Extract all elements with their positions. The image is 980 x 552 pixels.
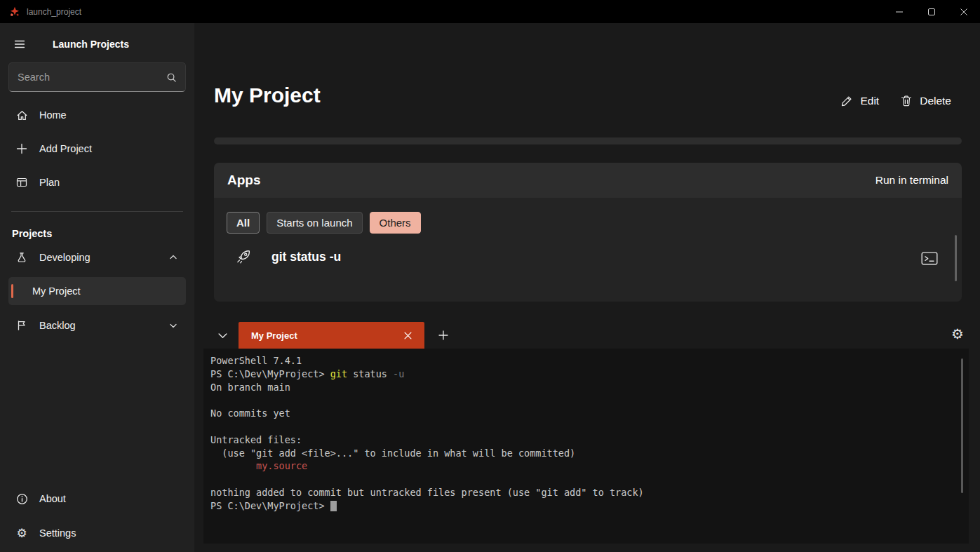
- terminal-line: [210, 473, 962, 486]
- sidebar-item-label: Developing: [39, 252, 90, 263]
- terminal-line: [210, 420, 962, 433]
- info-icon: [15, 492, 28, 505]
- terminal-scrollbar[interactable]: [961, 358, 963, 493]
- filter-chip-starts-on-launch[interactable]: Starts on launch: [267, 212, 362, 234]
- close-icon: [960, 8, 967, 15]
- plus-icon: [15, 142, 28, 155]
- chevron-down-icon[interactable]: [169, 321, 177, 330]
- terminal-tab[interactable]: My Project: [239, 322, 424, 349]
- sidebar-item-my-project[interactable]: My Project: [8, 277, 186, 305]
- apps-scrollbar[interactable]: [955, 235, 957, 281]
- terminal-segment: nothing added to commit but untracked fi…: [210, 487, 644, 498]
- hamburger-button[interactable]: [6, 32, 34, 56]
- terminal-line: PowerShell 7.4.1: [210, 354, 962, 368]
- terminal-segment: PS C:\Dev\MyProject>: [210, 368, 330, 379]
- search-input[interactable]: [18, 72, 166, 83]
- app-command: git status -u: [271, 250, 341, 264]
- terminal-line: Untracked files:: [210, 433, 962, 447]
- app-logo-icon: [9, 6, 20, 18]
- beaker-icon: [15, 251, 28, 264]
- maximize-icon: [928, 8, 935, 15]
- terminal-segment: git: [330, 368, 347, 379]
- minimize-button[interactable]: [883, 0, 915, 23]
- filter-chip-all[interactable]: All: [227, 212, 260, 234]
- terminal-segment: status: [347, 368, 387, 379]
- sidebar-item-add-project[interactable]: Add Project: [8, 135, 186, 163]
- collapsed-expander[interactable]: [214, 137, 962, 144]
- sidebar: Launch Projects Home Add Project Plan Pr…: [0, 23, 194, 552]
- sidebar-item-about[interactable]: About: [8, 485, 186, 513]
- terminal-line: my.source: [210, 459, 962, 473]
- search-icon[interactable]: [166, 72, 177, 83]
- filter-chip-others[interactable]: Others: [370, 212, 421, 234]
- sidebar-item-label: Settings: [39, 527, 76, 539]
- terminal-segment: (use "git add <file>..." to include in w…: [210, 447, 575, 459]
- rocket-icon: [235, 248, 252, 265]
- run-app-terminal-button[interactable]: [921, 251, 938, 266]
- run-in-terminal-button[interactable]: Run in terminal: [875, 174, 948, 187]
- sidebar-title: Launch Projects: [53, 39, 129, 50]
- terminal-line: On branch main: [210, 381, 962, 394]
- terminal-settings-button[interactable]: ⚙: [946, 323, 969, 345]
- sidebar-item-settings[interactable]: ⚙ Settings: [8, 519, 186, 547]
- apps-card-header: Apps Run in terminal: [214, 163, 962, 198]
- plan-board-icon: [15, 176, 28, 189]
- sidebar-divider: [11, 211, 183, 212]
- sidebar-item-label: Add Project: [39, 143, 92, 154]
- apps-card-body: All Starts on launch Others git status -…: [214, 198, 962, 302]
- terminal-segment: PowerShell 7.4.1: [210, 355, 302, 366]
- terminal-tab-label: My Project: [251, 330, 297, 341]
- sidebar-item-backlog[interactable]: Backlog: [8, 311, 186, 339]
- new-tab-button[interactable]: [434, 325, 453, 345]
- terminal-segment: No commits yet: [210, 408, 290, 419]
- trash-icon: [900, 95, 913, 107]
- close-button[interactable]: [948, 0, 980, 23]
- window-title: launch_project: [27, 7, 81, 17]
- chevron-down-icon: [217, 330, 228, 341]
- window-controls: [883, 0, 980, 23]
- terminal-line: (use "git add <file>..." to include in w…: [210, 447, 962, 460]
- collapse-terminal-button[interactable]: [211, 325, 234, 345]
- pencil-icon: [840, 95, 853, 107]
- apps-title: Apps: [227, 173, 261, 188]
- sidebar-item-label: My Project: [32, 285, 81, 297]
- terminal-segment: my.source: [210, 460, 307, 471]
- maximize-button[interactable]: [915, 0, 948, 23]
- sidebar-item-home[interactable]: Home: [8, 101, 186, 129]
- app-list-item[interactable]: git status -u: [227, 241, 920, 272]
- edit-button[interactable]: Edit: [835, 90, 885, 112]
- delete-button-label: Delete: [920, 95, 951, 107]
- terminal-segment: PS C:\Dev\MyProject>: [210, 500, 330, 511]
- terminal-line: PS C:\Dev\MyProject>: [210, 499, 962, 513]
- search-box: [8, 62, 186, 92]
- terminal-line: [210, 393, 962, 407]
- terminal-line: PS C:\Dev\MyProject> git status -u: [210, 368, 962, 381]
- sidebar-item-developing[interactable]: Developing: [8, 243, 186, 271]
- sidebar-item-label: About: [39, 493, 66, 504]
- edit-button-label: Edit: [860, 95, 879, 107]
- close-tab-button[interactable]: [401, 328, 415, 342]
- terminal[interactable]: PowerShell 7.4.1PS C:\Dev\MyProject> git…: [203, 349, 969, 544]
- terminal-segment: Untracked files:: [210, 434, 302, 445]
- delete-button[interactable]: Delete: [894, 90, 957, 112]
- terminal-tab-bar: My Project ⚙: [194, 321, 980, 349]
- close-icon: [404, 332, 412, 339]
- sidebar-item-plan[interactable]: Plan: [8, 168, 186, 196]
- terminal-output: PowerShell 7.4.1PS C:\Dev\MyProject> git…: [210, 354, 962, 513]
- chevron-up-icon[interactable]: [169, 253, 177, 262]
- terminal-segment: -u: [387, 368, 404, 379]
- selection-indicator: [11, 284, 13, 298]
- home-icon: [15, 109, 28, 121]
- minimize-icon: [896, 8, 903, 15]
- terminal-segment: On branch main: [210, 382, 290, 393]
- terminal-line: nothing added to commit but untracked fi…: [210, 486, 962, 499]
- main-content: My Project Edit Delete Apps Run in termi…: [194, 23, 980, 552]
- menu-icon: [14, 39, 25, 50]
- page-title: My Project: [214, 83, 321, 107]
- sidebar-item-label: Home: [39, 109, 67, 121]
- terminal-cursor: [330, 501, 337, 511]
- sidebar-item-label: Backlog: [39, 320, 76, 331]
- page-actions: Edit Delete: [835, 90, 957, 112]
- gear-icon: ⚙: [15, 527, 28, 539]
- plus-icon: [438, 330, 448, 340]
